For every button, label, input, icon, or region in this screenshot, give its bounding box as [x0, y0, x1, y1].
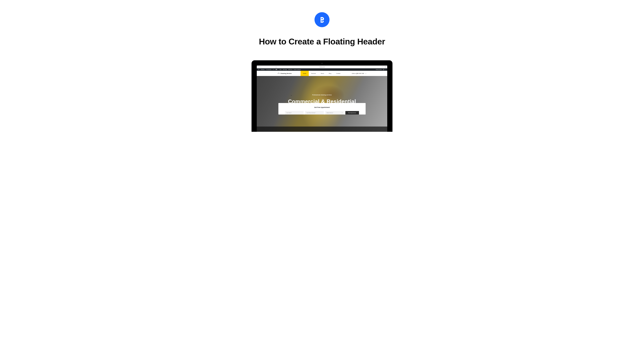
wp-logo-icon[interactable]: ⓦ	[258, 69, 259, 70]
main-nav: Home Services About Blog Contact	[300, 71, 343, 76]
wp-new-link[interactable]: + New	[279, 69, 282, 70]
screen: ▯ ▾ ‹ › ◐ blocksy.local ↻ ⇧ + ⧉ ⓦ ⌂ Bloc…	[257, 65, 387, 132]
nav-services[interactable]: Services	[309, 71, 318, 76]
wp-customize-link[interactable]: ✎ Customize	[266, 69, 272, 70]
dropdown-icon[interactable]: ▾	[260, 66, 260, 68]
header-right: Call us: (123 4567 890 ⌕	[352, 73, 366, 74]
site-logo[interactable]: Cleaning Service	[278, 73, 292, 74]
logo-dots-icon	[278, 73, 280, 74]
browser-left-controls: ▯ ▾ ‹ ›	[258, 66, 262, 68]
wp-admin-bar: ⓦ ⌂ Blocksy ✎ Customize ⟳ 0 💬 0 + New Ed…	[257, 68, 387, 71]
site-header: Cleaning Service Home Services About Blo…	[257, 71, 387, 76]
url-bar[interactable]: ◐ blocksy.local ↻	[278, 66, 367, 68]
back-icon[interactable]: ‹	[261, 66, 261, 68]
name-input[interactable]: Your Name *	[285, 111, 304, 114]
site-name: Cleaning Service	[280, 73, 292, 74]
hero-eyebrow: Professional cleaning services	[312, 94, 332, 95]
book-appointment-button[interactable]: Book Appointment	[345, 111, 359, 114]
phone-input[interactable]: Your Phone Number *	[305, 111, 324, 114]
new-tab-icon[interactable]: +	[384, 66, 384, 68]
chevron-down-icon: ▾	[342, 112, 342, 113]
appointment-row: Your Name * Your Phone Number * Select S…	[285, 111, 359, 114]
wp-site-link[interactable]: ⌂ Blocksy	[260, 69, 264, 70]
shield-icon: ◐	[276, 66, 277, 68]
blocksy-logo	[314, 12, 330, 27]
wp-howdy[interactable]: Howdy, admin	[376, 69, 382, 70]
brush-icon: ✎	[266, 69, 267, 70]
call-us-text: Call us: (123 4567 890	[352, 73, 364, 74]
url-text: blocksy.local	[320, 66, 324, 67]
share-icon[interactable]: ⇧	[382, 66, 383, 68]
nav-contact[interactable]: Contact	[334, 71, 343, 76]
search-icon[interactable]: ⌕	[366, 73, 366, 74]
hero-section: ↖ Professional cleaning services Commerc…	[257, 76, 387, 132]
home-icon: ⌂	[260, 69, 261, 70]
blocksy-logo-icon	[318, 16, 326, 23]
monitor-frame: ▯ ▾ ‹ › ◐ blocksy.local ↻ ⇧ + ⧉ ⓦ ⌂ Bloc…	[252, 60, 392, 132]
avatar-icon[interactable]	[383, 69, 384, 70]
page-title: How to Create a Floating Header	[259, 37, 385, 46]
wp-comments-link[interactable]: 💬 0	[276, 69, 278, 70]
appointment-box: Get Free Appointment Your Name * Your Ph…	[278, 103, 366, 114]
camera-icon	[322, 63, 322, 64]
appointment-title: Get Free Appointment	[314, 106, 330, 108]
wp-wpforms-link[interactable]: WPForms	[288, 69, 292, 70]
wp-edit-page-link[interactable]: Edit Page	[283, 69, 287, 70]
wp-search-icon[interactable]: ⌕	[385, 69, 386, 70]
service-select[interactable]: Select Service * ▾	[325, 111, 344, 114]
browser-chrome: ▯ ▾ ‹ › ◐ blocksy.local ↻ ⇧ + ⧉	[257, 65, 387, 68]
refresh-icon[interactable]: ↻	[366, 66, 366, 67]
nav-about[interactable]: About	[318, 71, 326, 76]
wp-hooks-link[interactable]: Hooks Locations	[294, 69, 301, 70]
comment-icon: 💬	[276, 69, 277, 70]
updates-icon: ⟳	[273, 69, 274, 70]
cursor-icon: ↖	[291, 95, 292, 96]
tabs-icon[interactable]: ⧉	[385, 66, 386, 68]
forward-icon[interactable]: ›	[262, 66, 262, 68]
browser-right-controls: ⇧ + ⧉	[382, 66, 386, 68]
nav-home[interactable]: Home	[300, 71, 309, 76]
hero-dark-strip	[257, 126, 387, 132]
sidebar-toggle-icon[interactable]: ▯	[258, 66, 259, 68]
wp-updates-link[interactable]: ⟳ 0	[273, 69, 274, 70]
nav-blog[interactable]: Blog	[326, 71, 334, 76]
